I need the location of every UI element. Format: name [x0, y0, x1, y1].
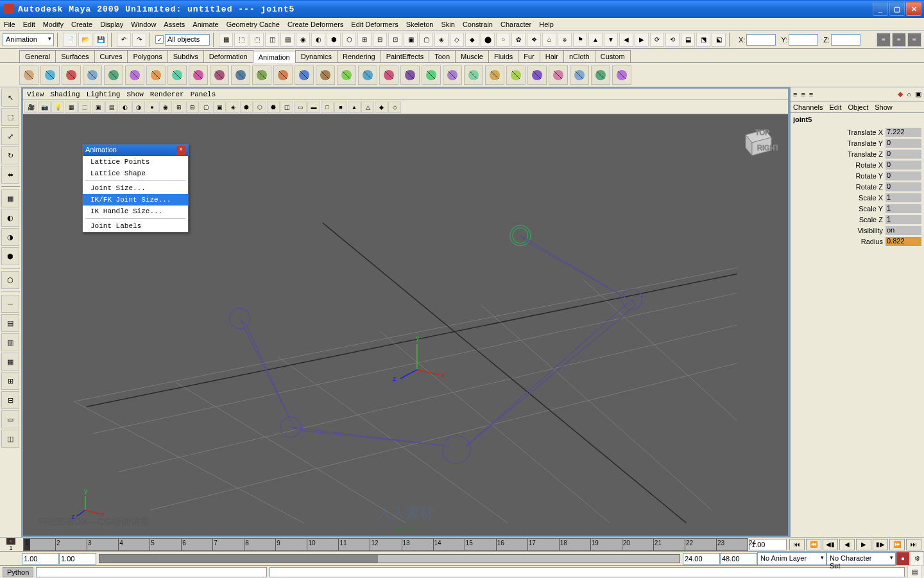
goto-start-button[interactable]: ⏮ [789, 539, 805, 550]
attr-value[interactable]: on [886, 226, 921, 235]
menu-create-deformers[interactable]: Create Deformers [287, 21, 343, 28]
shelf-icon[interactable] [612, 66, 631, 85]
menu-item[interactable]: Lattice Points [83, 156, 188, 168]
script-editor-button[interactable]: ▤ [907, 565, 921, 579]
sel-mask-check[interactable]: ✓ [155, 35, 164, 44]
status-icon[interactable]: ◈ [434, 33, 449, 47]
tool-icon[interactable]: ⊞ [1, 372, 19, 390]
menu-animate[interactable]: Animate [193, 21, 218, 28]
menu-assets[interactable]: Assets [164, 21, 185, 28]
shelf-tab-subdivs[interactable]: Subdivs [167, 50, 204, 62]
tool-icon[interactable]: ▭ [1, 410, 19, 428]
panel-icon[interactable]: ▣ [92, 101, 105, 113]
shelf-icon[interactable] [62, 66, 81, 85]
tool-icon[interactable]: ⬢ [1, 247, 19, 265]
shelf-icon[interactable] [379, 66, 398, 85]
status-icon[interactable]: ▼ [604, 33, 618, 47]
panel-icon[interactable]: △ [361, 101, 374, 113]
panel-icon[interactable]: ● [146, 101, 158, 113]
shelf-icon[interactable] [125, 66, 144, 85]
new-scene-icon[interactable]: 📄 [63, 33, 77, 47]
script-lang-toggle[interactable]: Python [3, 567, 33, 577]
panel-icon[interactable]: 🎥 [24, 101, 37, 113]
shelf-icon[interactable] [400, 66, 420, 85]
layout-icon[interactable]: ≡ [877, 33, 891, 47]
status-icon[interactable]: ⚑ [573, 33, 587, 47]
attr-row[interactable]: Scale X1 [793, 193, 921, 203]
panel-icon[interactable]: ◈ [227, 101, 239, 113]
step-back-button[interactable]: ⏪ [806, 539, 821, 550]
attr-row[interactable]: Rotate Z0 [793, 182, 921, 192]
attr-value[interactable]: 1 [886, 193, 921, 202]
shelf-tab-rendering[interactable]: Rendering [337, 50, 381, 62]
panel-icon[interactable]: ⬚ [78, 101, 91, 113]
shelf-tab-curves[interactable]: Curves [94, 50, 128, 62]
status-icon[interactable]: ⬓ [681, 33, 695, 47]
minimize-button[interactable]: _ [873, 2, 888, 16]
panel-icon[interactable]: ▤ [105, 101, 118, 113]
status-icon[interactable]: ▤ [280, 33, 295, 47]
attr-row[interactable]: Rotate Y0 [793, 171, 921, 181]
status-icon[interactable]: ⬔ [696, 33, 710, 47]
goto-end-button[interactable]: ⏭ [906, 539, 921, 550]
shelf-icon[interactable] [83, 66, 102, 85]
panel-icon[interactable]: ■ [334, 101, 347, 113]
status-icon[interactable]: ⬚ [250, 33, 264, 47]
tool-icon[interactable]: ▦ [1, 189, 19, 207]
status-icon[interactable]: ⬡ [342, 33, 356, 47]
undo-icon[interactable]: ↶ [117, 33, 131, 47]
menu-edit-deformers[interactable]: Edit Deformers [351, 21, 398, 28]
range-max-field[interactable] [720, 553, 757, 565]
tool-icon[interactable]: ↖ [1, 89, 19, 107]
channel-menu-object[interactable]: Object [848, 103, 868, 111]
panel-menu-renderer[interactable]: Renderer [150, 91, 184, 98]
attr-row[interactable]: Visibilityon [793, 225, 921, 236]
menu-skin[interactable]: Skin [441, 21, 454, 28]
status-icon[interactable]: ❖ [527, 33, 541, 47]
panel-icon[interactable]: ◑ [132, 101, 145, 113]
close-button[interactable]: ✕ [906, 2, 921, 16]
tool-icon[interactable]: ▦ [1, 353, 19, 371]
layout-icon2[interactable]: ≡ [892, 33, 906, 47]
next-key-button[interactable]: ▮▶ [873, 539, 888, 550]
shelf-tab-custom[interactable]: Custom [595, 50, 631, 62]
attr-value[interactable]: 0 [886, 171, 921, 180]
attr-value[interactable]: 0.822 [886, 237, 921, 246]
status-icon[interactable]: ⊞ [357, 33, 372, 47]
shelf-icon[interactable] [273, 66, 293, 85]
menu-skeleton[interactable]: Skeleton [406, 21, 434, 28]
shelf-icon[interactable] [570, 66, 589, 85]
shelf-tab-deformation[interactable]: Deformation [203, 50, 253, 62]
tool-icon[interactable]: ⊟ [1, 391, 19, 409]
shelf-icon[interactable] [591, 66, 610, 85]
time-slider[interactable]: ● 1 123456789101112131415161718192021222… [0, 537, 924, 551]
tool-icon[interactable]: ▥ [1, 333, 19, 351]
attr-row[interactable]: Translate Y0 [793, 138, 921, 148]
ch-icon[interactable]: ▣ [915, 90, 921, 98]
menu-help[interactable]: Help [539, 21, 554, 28]
tool-icon[interactable]: ◫ [1, 430, 19, 448]
status-icon[interactable]: ▦ [219, 33, 233, 47]
menu-edit[interactable]: Edit [23, 21, 35, 28]
shelf-tab-animation[interactable]: Animation [253, 51, 296, 63]
tool-icon[interactable]: ↻ [1, 146, 19, 164]
z-field[interactable] [831, 34, 860, 46]
shelf-tab-polygons[interactable]: Polygons [127, 50, 167, 62]
panel-icon[interactable]: ▦ [65, 101, 78, 113]
shelf-tab-dynamics[interactable]: Dynamics [295, 50, 338, 62]
attr-row[interactable]: Translate Z0 [793, 149, 921, 159]
menu-file[interactable]: File [4, 21, 15, 28]
status-icon[interactable]: ◆ [465, 33, 479, 47]
shelf-tab-hair[interactable]: Hair [540, 50, 564, 62]
shelf-icon[interactable] [506, 66, 526, 85]
status-icon[interactable]: ⬤ [481, 33, 495, 47]
status-icon[interactable]: ⊟ [373, 33, 387, 47]
prefs-button[interactable]: ⚙ [910, 552, 924, 566]
menu-constrain[interactable]: Constrain [463, 21, 493, 28]
panel-icon[interactable]: ⊟ [186, 101, 199, 113]
status-icon[interactable]: ▶ [635, 33, 649, 47]
panel-icon[interactable]: ◉ [159, 101, 172, 113]
shelf-icon[interactable] [337, 66, 356, 85]
panel-menu-show[interactable]: Show [126, 91, 143, 98]
play-button[interactable]: ▶ [856, 539, 871, 550]
